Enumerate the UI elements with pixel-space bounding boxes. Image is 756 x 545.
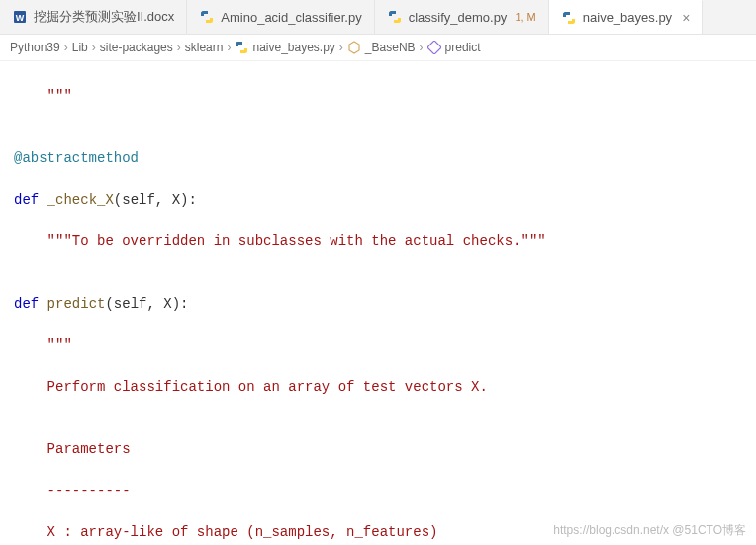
crumb[interactable]: predict (445, 41, 481, 54)
tab-label: classify_demo.py (409, 10, 508, 25)
code-line: """ (14, 335, 756, 356)
crumb[interactable]: sklearn (185, 41, 224, 54)
tab-py-2[interactable]: classify_demo.py 1, M (375, 0, 549, 34)
tab-label: naive_bayes.py (583, 10, 672, 25)
tab-badge: 1, M (515, 11, 535, 23)
code-line: @abstractmethod (14, 148, 756, 169)
method-icon (427, 41, 441, 54)
tab-py-1[interactable]: Amino_acid_classifier.py (187, 0, 374, 34)
chevron-icon: › (92, 41, 96, 54)
word-icon: W (12, 9, 28, 25)
python-icon (235, 41, 248, 54)
tab-bar: W 挖掘分类预测实验II.docx Amino_acid_classifier.… (0, 0, 756, 35)
crumb[interactable]: site-packages (100, 41, 173, 54)
code-line: """To be overridden in subclasses with t… (14, 231, 756, 252)
crumb[interactable]: naive_bayes.py (252, 41, 334, 54)
close-icon[interactable]: × (682, 10, 690, 26)
crumb[interactable]: Python39 (10, 41, 60, 54)
python-icon (387, 9, 403, 25)
tab-doc[interactable]: W 挖掘分类预测实验II.docx (0, 0, 187, 34)
breadcrumb: Python39 › Lib › site-packages › sklearn… (0, 35, 756, 61)
svg-text:W: W (16, 13, 25, 23)
chevron-icon: › (177, 41, 181, 54)
chevron-icon: › (339, 41, 343, 54)
svg-rect-2 (427, 41, 441, 54)
python-icon (561, 10, 577, 26)
code-line: def _check_X(self, X): (14, 190, 756, 211)
code-line: Perform classification on an array of te… (14, 377, 756, 398)
watermark: https://blog.csdn.net/x @51CTO博客 (553, 522, 746, 539)
chevron-icon: › (420, 41, 424, 54)
crumb[interactable]: Lib (72, 41, 88, 54)
tab-label: Amino_acid_classifier.py (221, 10, 361, 25)
python-icon (199, 9, 215, 25)
code-editor[interactable]: """ @abstractmethod def _check_X(self, X… (0, 61, 756, 545)
code-line: Parameters (14, 439, 756, 460)
code-line: """ (14, 86, 756, 107)
tab-py-active[interactable]: naive_bayes.py × (549, 0, 704, 34)
chevron-icon: › (64, 41, 68, 54)
chevron-icon: › (227, 41, 231, 54)
class-icon (347, 41, 361, 54)
tab-label: 挖掘分类预测实验II.docx (34, 8, 174, 26)
crumb[interactable]: _BaseNB (365, 41, 416, 54)
code-line: def predict(self, X): (14, 294, 756, 315)
code-line: ---------- (14, 481, 756, 501)
